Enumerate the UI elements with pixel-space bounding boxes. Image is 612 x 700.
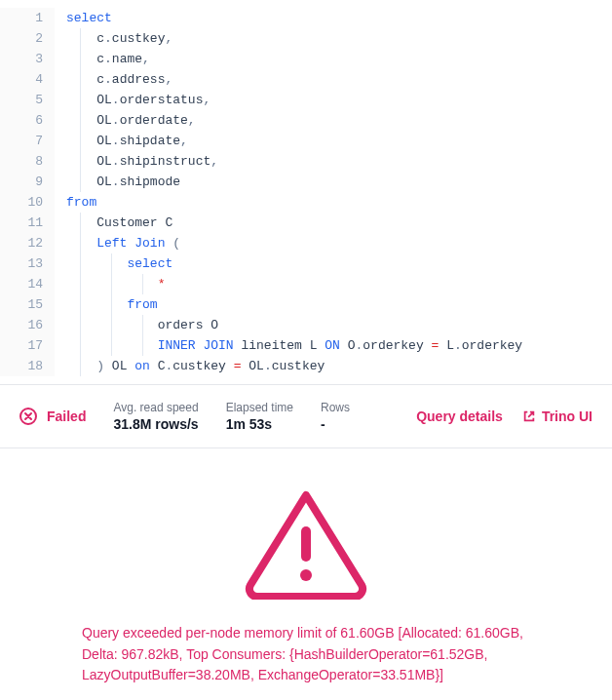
stat-label: Avg. read speed (113, 401, 198, 414)
query-details-link[interactable]: Query details (416, 408, 503, 424)
line-number: 11 (0, 213, 43, 233)
code-line[interactable]: Customer C (66, 213, 612, 233)
svg-point-1 (300, 569, 312, 581)
line-number: 18 (0, 356, 43, 376)
code-line[interactable]: orders O (66, 315, 612, 335)
stat-value: 1m 53s (226, 416, 293, 432)
code-line[interactable]: c.custkey, (66, 28, 612, 49)
code-line[interactable]: select (66, 253, 612, 274)
line-gutter: 123456789101112131415161718 (0, 8, 55, 376)
code-line[interactable]: from (66, 294, 612, 315)
external-link-icon (522, 409, 536, 423)
trino-ui-link[interactable]: Trino UI (522, 408, 593, 424)
line-number: 16 (0, 315, 43, 335)
error-message: Query exceeded per-node memory limit of … (82, 623, 530, 686)
line-number: 8 (0, 151, 43, 172)
status-bar: Failed Avg. read speed 31.8M rows/s Elap… (0, 385, 612, 448)
code-line[interactable]: c.name, (66, 49, 612, 69)
code-editor[interactable]: 123456789101112131415161718 select c.cus… (0, 0, 612, 385)
line-number: 5 (0, 90, 43, 110)
line-number: 15 (0, 294, 43, 315)
code-line[interactable]: from (66, 192, 612, 213)
line-number: 4 (0, 69, 43, 90)
warning-triangle-icon (243, 487, 369, 600)
error-panel: Query exceeded per-node memory limit of … (0, 448, 612, 700)
code-line[interactable]: OL.shipmode (66, 172, 612, 192)
code-line[interactable]: * (66, 274, 612, 294)
line-number: 9 (0, 172, 43, 192)
status-state: Failed (19, 408, 86, 425)
line-number: 1 (0, 8, 43, 28)
code-line[interactable]: Left Join ( (66, 233, 612, 253)
status-text: Failed (47, 408, 86, 424)
code-content[interactable]: select c.custkey, c.name, c.address, OL.… (55, 8, 612, 376)
svg-rect-0 (301, 526, 311, 562)
stat-rows: Rows - (321, 401, 350, 432)
fail-icon (19, 408, 37, 425)
line-number: 3 (0, 49, 43, 69)
code-line[interactable]: OL.orderdate, (66, 110, 612, 131)
line-number: 10 (0, 192, 43, 213)
trino-ui-label: Trino UI (542, 408, 593, 424)
line-number: 13 (0, 253, 43, 274)
code-line[interactable]: INNER JOIN lineitem L ON O.orderkey = L.… (66, 335, 612, 356)
stat-elapsed: Elapsed time 1m 53s (226, 401, 293, 432)
code-line[interactable]: c.address, (66, 69, 612, 90)
line-number: 2 (0, 28, 43, 49)
code-line[interactable]: OL.shipdate, (66, 131, 612, 151)
code-line[interactable]: ) OL on C.custkey = OL.custkey (66, 356, 612, 376)
line-number: 14 (0, 274, 43, 294)
line-number: 12 (0, 233, 43, 253)
code-line[interactable]: select (66, 8, 612, 28)
stat-value: - (321, 416, 350, 432)
stat-read-speed: Avg. read speed 31.8M rows/s (113, 401, 198, 432)
line-number: 6 (0, 110, 43, 131)
stat-label: Elapsed time (226, 401, 293, 414)
code-line[interactable]: OL.shipinstruct, (66, 151, 612, 172)
line-number: 17 (0, 335, 43, 356)
line-number: 7 (0, 131, 43, 151)
stat-value: 31.8M rows/s (113, 416, 198, 432)
stat-label: Rows (321, 401, 350, 414)
code-line[interactable]: OL.orderstatus, (66, 90, 612, 110)
